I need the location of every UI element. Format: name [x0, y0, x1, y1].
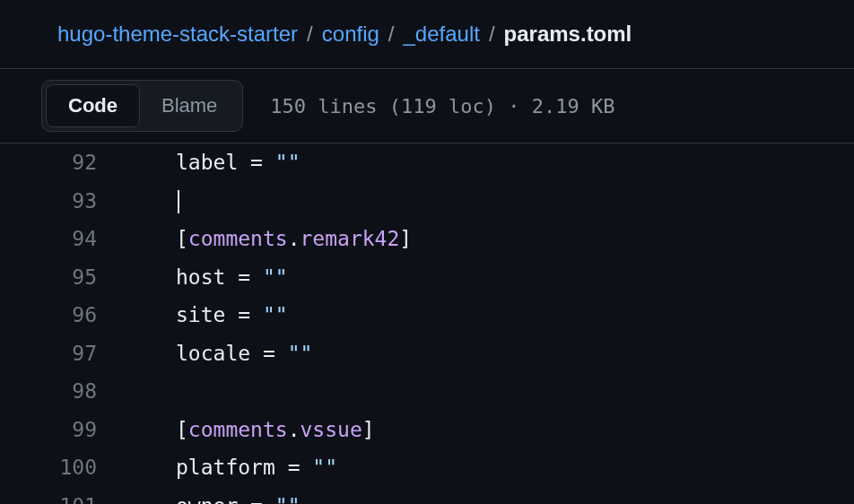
tab-code[interactable]: Code [46, 84, 140, 127]
breadcrumb-link-config[interactable]: config [322, 22, 379, 47]
token-eq: = [225, 265, 263, 289]
line-number[interactable]: 101 [0, 487, 126, 504]
token-key: locale [176, 342, 250, 365]
code-line[interactable]: 96site = "" [0, 296, 854, 335]
token-eq: = [275, 456, 313, 479]
line-number[interactable]: 93 [0, 182, 126, 221]
token-key: platform [176, 456, 275, 479]
token-bracket: [ [176, 418, 188, 441]
line-content[interactable]: site = "" [126, 296, 288, 335]
line-number[interactable]: 98 [0, 372, 126, 411]
line-content[interactable]: locale = "" [126, 335, 312, 373]
line-content[interactable]: owner = "" [126, 487, 301, 504]
line-number[interactable]: 92 [0, 143, 126, 182]
token-str: "" [275, 494, 301, 504]
line-number[interactable]: 95 [0, 258, 126, 297]
token-section: remark42 [301, 227, 400, 250]
code-line[interactable]: 93 [0, 182, 854, 221]
token-eq: = [225, 303, 263, 326]
line-number[interactable]: 94 [0, 220, 126, 258]
breadcrumb-sep: / [388, 22, 395, 47]
code-line[interactable]: 100platform = "" [0, 448, 854, 487]
line-number[interactable]: 99 [0, 411, 126, 449]
code-line[interactable]: 99[comments.vssue] [0, 411, 854, 449]
token-bracket: ] [399, 227, 412, 250]
line-content[interactable]: host = "" [126, 258, 288, 297]
line-number[interactable]: 96 [0, 296, 126, 335]
code-view[interactable]: 92label = ""9394[comments.remark42]95hos… [0, 143, 854, 504]
token-section: comments [188, 227, 288, 250]
breadcrumb-sep: / [489, 22, 495, 47]
token-section: vssue [301, 418, 362, 441]
token-str: "" [263, 303, 288, 326]
code-line[interactable]: 92label = "" [0, 143, 854, 182]
line-number[interactable]: 97 [0, 335, 126, 373]
line-content[interactable]: [comments.vssue] [126, 411, 375, 449]
breadcrumb: hugo-theme-stack-starter / config / _def… [0, 0, 854, 68]
breadcrumb-sep: / [307, 22, 313, 47]
tab-blame[interactable]: Blame [140, 85, 239, 126]
token-str: "" [312, 456, 337, 479]
token-key: site [176, 303, 225, 326]
breadcrumb-link-repo[interactable]: hugo-theme-stack-starter [57, 22, 298, 47]
code-line[interactable]: 94[comments.remark42] [0, 220, 854, 258]
token-key: label [176, 151, 238, 174]
token-eq: = [238, 494, 275, 504]
breadcrumb-current-file: params.toml [504, 22, 632, 47]
code-line[interactable]: 101owner = "" [0, 487, 854, 504]
token-str: "" [288, 342, 313, 365]
line-number[interactable]: 100 [0, 448, 126, 487]
line-content[interactable]: platform = "" [126, 448, 337, 487]
token-eq: = [238, 151, 275, 174]
file-toolbar: Code Blame 150 lines (119 loc) · 2.19 KB [0, 68, 854, 143]
code-line[interactable]: 98 [0, 372, 854, 411]
text-cursor [178, 190, 179, 213]
file-info: 150 lines (119 loc) · 2.19 KB [270, 95, 614, 117]
token-bracket: . [288, 227, 301, 250]
breadcrumb-link-default[interactable]: _default [404, 22, 480, 47]
token-section: comments [188, 418, 288, 441]
token-bracket: [ [176, 227, 188, 250]
token-str: "" [275, 151, 301, 174]
line-content[interactable]: [comments.remark42] [126, 220, 412, 258]
token-bracket: . [288, 418, 301, 441]
token-str: "" [263, 265, 288, 289]
tab-group: Code Blame [41, 80, 243, 132]
token-eq: = [250, 342, 288, 365]
token-bracket: ] [362, 418, 375, 441]
line-content[interactable]: label = "" [126, 143, 301, 182]
code-line[interactable]: 97locale = "" [0, 335, 854, 373]
code-line[interactable]: 95host = "" [0, 258, 854, 297]
token-key: owner [176, 494, 238, 504]
line-content[interactable] [126, 182, 179, 221]
token-key: host [176, 265, 225, 289]
